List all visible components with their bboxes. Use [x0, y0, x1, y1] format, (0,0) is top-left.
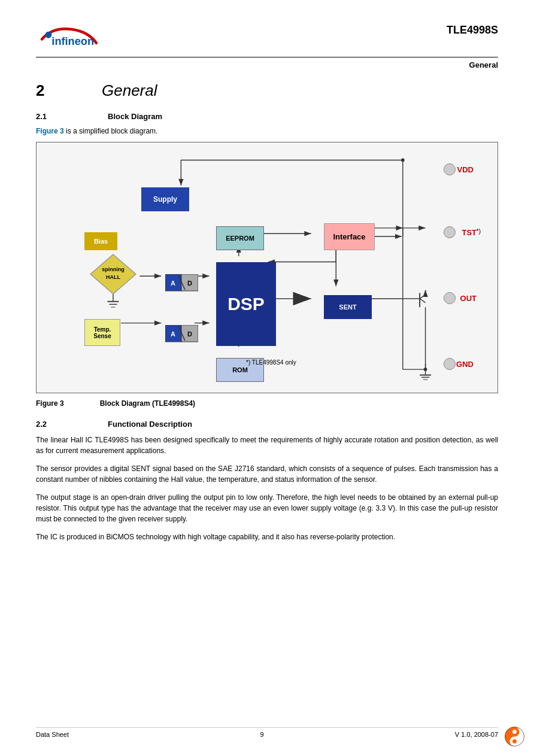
- section-2-1-number: 2.1: [36, 112, 96, 121]
- supply-block: Supply: [141, 187, 189, 211]
- section-label: General: [36, 60, 498, 69]
- logo-container: infineon: [36, 24, 108, 54]
- interface-label: Interface: [333, 232, 365, 241]
- svg-point-5: [401, 159, 405, 162]
- dsp-label: DSP: [227, 294, 265, 314]
- svg-point-60: [512, 730, 517, 734]
- tempsense-label: Temp.Sense: [93, 326, 111, 339]
- svg-point-61: [512, 739, 517, 743]
- footer-version: V 1.0, 2008-07: [455, 731, 498, 738]
- hall-diamond-container: spinning HALL: [89, 253, 137, 295]
- diagram-inner: VDD TST *) OUT GND Supply Bias EEPROM: [48, 154, 486, 381]
- vdd-pin-icon: [444, 163, 456, 175]
- ad2-icon: A D: [165, 325, 198, 343]
- body-paragraph-4: The IC is produced in BiCMOS technology …: [36, 532, 498, 542]
- header-divider: [36, 57, 498, 57]
- ad-converter-2: A D: [165, 325, 198, 343]
- svg-text:infineon: infineon: [51, 35, 94, 47]
- section-2-1-heading: 2.1 Block Diagram: [36, 112, 498, 121]
- figure-3-link[interactable]: Figure 3: [36, 127, 64, 135]
- block-diagram-container: VDD TST *) OUT GND Supply Bias EEPROM: [36, 142, 498, 393]
- footer: Data Sheet 9 V 1.0, 2008-07: [36, 727, 498, 738]
- chapter-number: 2: [36, 81, 72, 100]
- sent-block: SENT: [324, 295, 372, 319]
- tempsense-block: Temp.Sense: [84, 319, 120, 346]
- svg-text:D: D: [187, 280, 192, 287]
- yinyang-icon: [504, 726, 525, 747]
- dsp-block: DSP: [216, 262, 276, 346]
- footer-left: Data Sheet: [36, 731, 69, 738]
- gnd-label: GND: [456, 360, 474, 369]
- section-2-2-number: 2.2: [36, 420, 96, 429]
- svg-text:HALL: HALL: [106, 274, 120, 280]
- bias-label: Bias: [94, 238, 108, 245]
- figure-caption-label: Figure 3: [36, 399, 64, 408]
- svg-line-31: [420, 294, 425, 299]
- svg-text:A: A: [171, 280, 175, 287]
- svg-text:spinning: spinning: [102, 266, 125, 272]
- figure-reference: Figure 3 is a simplified block diagram.: [36, 127, 498, 136]
- bias-block: Bias: [84, 232, 117, 250]
- hall-diamond-icon: spinning HALL: [89, 253, 137, 295]
- section-2-1-title: Block Diagram: [108, 112, 162, 121]
- header: infineon TLE4998S: [36, 24, 498, 54]
- svg-point-0: [45, 32, 51, 38]
- section-2-2-heading: 2.2 Functional Description: [36, 420, 498, 429]
- section-2-2-title: Functional Description: [108, 420, 192, 429]
- gnd-pin-icon: [444, 358, 456, 370]
- chapter-heading: 2 General: [36, 81, 498, 100]
- figure-caption: Figure 3 Block Diagram (TLE4998S4): [36, 399, 498, 408]
- eeprom-block: EEPROM: [216, 226, 264, 250]
- interface-block: Interface: [324, 223, 375, 250]
- out-pin-icon: [444, 292, 456, 304]
- corner-icon: [504, 726, 525, 747]
- figure-ref-text: is a simplified block diagram.: [64, 127, 158, 135]
- product-title: TLE4998S: [447, 24, 498, 37]
- svg-line-32: [420, 299, 425, 303]
- sent-label: SENT: [339, 303, 356, 311]
- svg-point-36: [424, 368, 427, 371]
- out-label: OUT: [460, 294, 477, 303]
- footer-page-number: 9: [260, 731, 263, 738]
- svg-text:D: D: [187, 330, 192, 338]
- body-paragraph-3: The output stage is an open-drain driver…: [36, 492, 498, 524]
- asterisk-note: *): [477, 228, 481, 235]
- tst-label: TST: [462, 228, 477, 237]
- infineon-logo-icon: infineon: [36, 24, 108, 54]
- figure-caption-text: Block Diagram (TLE4998S4): [100, 399, 195, 408]
- ad1-icon: A D: [165, 274, 198, 292]
- vdd-label: VDD: [457, 165, 474, 174]
- body-paragraph-2: The sensor provides a digital SENT signa…: [36, 463, 498, 485]
- rom-label: ROM: [232, 366, 248, 374]
- tst-pin-icon: [444, 226, 456, 238]
- eeprom-label: EEPROM: [226, 235, 254, 242]
- chapter-title: General: [102, 81, 157, 100]
- ad-converter-1: A D: [165, 274, 198, 292]
- supply-label: Supply: [153, 195, 177, 204]
- page: infineon TLE4998S General 2 General 2.1 …: [0, 0, 534, 756]
- svg-text:A: A: [171, 330, 175, 338]
- diagram-note: *) TLE4998S4 only: [246, 359, 296, 366]
- body-paragraph-1: The linear Hall IC TLE4998S has been des…: [36, 435, 498, 456]
